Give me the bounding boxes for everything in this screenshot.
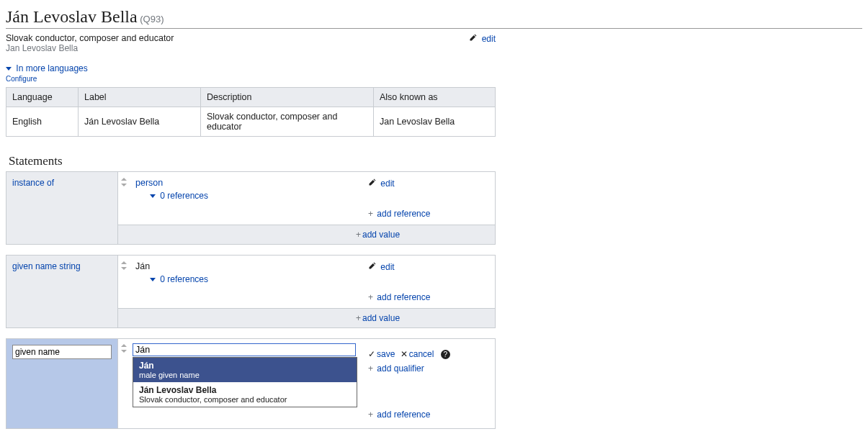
suggestion-item[interactable]: Ján Levoslav Bella Slovak conductor, com… — [133, 382, 357, 407]
property-link[interactable]: given name string — [12, 261, 81, 271]
rank-icon[interactable] — [121, 261, 127, 270]
edit-button[interactable]: edit — [380, 178, 394, 189]
statement-value: Ján — [135, 261, 150, 271]
description-text: Slovak conductor, composer and educator — [6, 33, 174, 43]
edit-desc-button[interactable]: edit — [482, 34, 496, 44]
caret-down-icon — [6, 67, 12, 71]
save-button[interactable]: save — [368, 349, 395, 359]
suggestion-title: Ján Levoslav Bella — [139, 385, 351, 395]
add-reference-button[interactable]: add reference — [377, 410, 430, 420]
cell-desc: Slovak conductor, composer and educator — [201, 107, 374, 137]
language-table: Language Label Description Also known as… — [6, 87, 496, 137]
rank-icon[interactable] — [121, 344, 127, 353]
th-aka: Also known as — [374, 88, 496, 107]
statement-value[interactable]: person — [135, 178, 163, 188]
pencil-icon — [469, 33, 478, 44]
add-qualifier-button[interactable]: add qualifier — [377, 363, 424, 374]
suggestion-dropdown: Ján male given name Ján Levoslav Bella S… — [133, 357, 357, 407]
references-toggle[interactable]: 0 references — [160, 191, 208, 201]
configure-link[interactable]: Configure — [6, 75, 862, 83]
add-value-button[interactable]: +add value — [356, 230, 400, 240]
plus-icon: + — [356, 230, 361, 240]
pencil-icon — [368, 178, 377, 189]
suggestion-sub: male given name — [139, 371, 351, 379]
property-link[interactable]: instance of — [12, 178, 54, 188]
th-label: Label — [79, 88, 201, 107]
suggestion-title: Ján — [139, 361, 351, 371]
plus-icon: + — [368, 292, 373, 302]
plus-icon: + — [368, 363, 373, 374]
help-icon[interactable]: ? — [441, 350, 450, 359]
section-statements: Statements — [9, 154, 862, 168]
add-reference-button[interactable]: add reference — [377, 292, 430, 302]
statement-block: given name string Ján 0 references edit … — [6, 255, 496, 328]
plus-icon: + — [356, 313, 361, 323]
cancel-button[interactable]: cancel — [398, 349, 434, 359]
page-qid: (Q93) — [140, 14, 164, 24]
rank-icon[interactable] — [121, 178, 127, 186]
caret-down-icon — [150, 194, 156, 198]
statement-block: instance of person 0 references edit + a… — [6, 171, 496, 245]
cell-label: Ján Levoslav Bella — [79, 107, 201, 137]
add-value-button[interactable]: +add value — [356, 313, 400, 323]
cell-aka: Jan Levoslav Bella — [374, 107, 496, 137]
table-row: English Ján Levoslav Bella Slovak conduc… — [6, 107, 496, 137]
caret-down-icon — [150, 278, 156, 281]
references-toggle[interactable]: 0 references — [160, 274, 208, 284]
value-input[interactable] — [133, 343, 356, 356]
th-description: Description — [201, 88, 374, 107]
suggestion-sub: Slovak conductor, composer and educator — [139, 395, 351, 404]
cell-lang: English — [6, 107, 79, 137]
property-input[interactable] — [12, 345, 112, 359]
suggestion-item[interactable]: Ján male given name — [133, 358, 357, 382]
pencil-icon — [368, 261, 377, 272]
plus-icon: + — [368, 209, 373, 219]
more-languages-toggle[interactable]: In more languages — [16, 63, 87, 73]
alias-text: Jan Levoslav Bella — [6, 43, 174, 53]
add-reference-button[interactable]: add reference — [377, 209, 430, 219]
page-title: Ján Levoslav Bella — [6, 7, 138, 27]
edit-button[interactable]: edit — [380, 262, 394, 272]
statement-edit-block: Ján male given name Ján Levoslav Bella S… — [6, 338, 496, 429]
th-language: Language — [6, 88, 79, 107]
plus-icon: + — [368, 410, 373, 420]
